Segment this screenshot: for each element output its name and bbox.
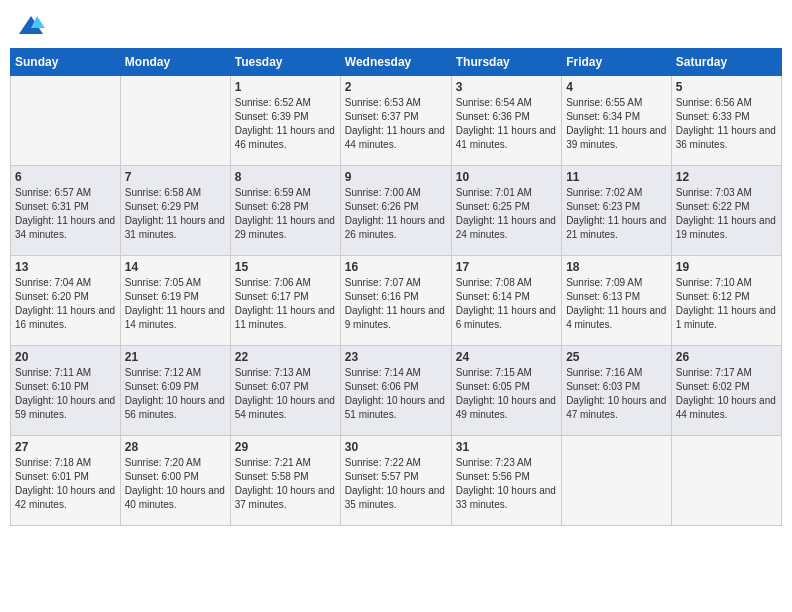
day-info: Sunrise: 6:56 AM Sunset: 6:33 PM Dayligh… (676, 96, 777, 152)
day-number: 24 (456, 350, 557, 364)
day-number: 1 (235, 80, 336, 94)
calendar-cell: 29Sunrise: 7:21 AM Sunset: 5:58 PM Dayli… (230, 436, 340, 526)
day-info: Sunrise: 7:05 AM Sunset: 6:19 PM Dayligh… (125, 276, 226, 332)
day-number: 26 (676, 350, 777, 364)
day-number: 12 (676, 170, 777, 184)
day-number: 19 (676, 260, 777, 274)
day-info: Sunrise: 7:03 AM Sunset: 6:22 PM Dayligh… (676, 186, 777, 242)
calendar-cell: 22Sunrise: 7:13 AM Sunset: 6:07 PM Dayli… (230, 346, 340, 436)
day-number: 20 (15, 350, 116, 364)
calendar-cell: 6Sunrise: 6:57 AM Sunset: 6:31 PM Daylig… (11, 166, 121, 256)
calendar-cell: 17Sunrise: 7:08 AM Sunset: 6:14 PM Dayli… (451, 256, 561, 346)
logo-icon (17, 14, 45, 36)
day-info: Sunrise: 6:54 AM Sunset: 6:36 PM Dayligh… (456, 96, 557, 152)
day-number: 7 (125, 170, 226, 184)
day-number: 2 (345, 80, 447, 94)
day-info: Sunrise: 6:52 AM Sunset: 6:39 PM Dayligh… (235, 96, 336, 152)
day-info: Sunrise: 7:12 AM Sunset: 6:09 PM Dayligh… (125, 366, 226, 422)
day-number: 6 (15, 170, 116, 184)
calendar-cell (120, 76, 230, 166)
calendar-cell (11, 76, 121, 166)
day-of-week-header: Monday (120, 49, 230, 76)
calendar-cell: 12Sunrise: 7:03 AM Sunset: 6:22 PM Dayli… (671, 166, 781, 256)
day-number: 10 (456, 170, 557, 184)
day-info: Sunrise: 7:18 AM Sunset: 6:01 PM Dayligh… (15, 456, 116, 512)
calendar-cell: 10Sunrise: 7:01 AM Sunset: 6:25 PM Dayli… (451, 166, 561, 256)
day-number: 15 (235, 260, 336, 274)
calendar-cell: 19Sunrise: 7:10 AM Sunset: 6:12 PM Dayli… (671, 256, 781, 346)
day-number: 21 (125, 350, 226, 364)
day-info: Sunrise: 7:04 AM Sunset: 6:20 PM Dayligh… (15, 276, 116, 332)
day-number: 17 (456, 260, 557, 274)
day-number: 13 (15, 260, 116, 274)
calendar-cell: 11Sunrise: 7:02 AM Sunset: 6:23 PM Dayli… (562, 166, 672, 256)
calendar-table: SundayMondayTuesdayWednesdayThursdayFrid… (10, 48, 782, 526)
day-number: 14 (125, 260, 226, 274)
day-info: Sunrise: 7:06 AM Sunset: 6:17 PM Dayligh… (235, 276, 336, 332)
day-number: 29 (235, 440, 336, 454)
day-number: 25 (566, 350, 667, 364)
day-info: Sunrise: 7:11 AM Sunset: 6:10 PM Dayligh… (15, 366, 116, 422)
day-number: 11 (566, 170, 667, 184)
calendar-cell: 2Sunrise: 6:53 AM Sunset: 6:37 PM Daylig… (340, 76, 451, 166)
calendar-cell: 18Sunrise: 7:09 AM Sunset: 6:13 PM Dayli… (562, 256, 672, 346)
day-of-week-header: Tuesday (230, 49, 340, 76)
day-number: 22 (235, 350, 336, 364)
day-info: Sunrise: 7:20 AM Sunset: 6:00 PM Dayligh… (125, 456, 226, 512)
day-info: Sunrise: 7:07 AM Sunset: 6:16 PM Dayligh… (345, 276, 447, 332)
day-info: Sunrise: 6:57 AM Sunset: 6:31 PM Dayligh… (15, 186, 116, 242)
calendar-cell: 13Sunrise: 7:04 AM Sunset: 6:20 PM Dayli… (11, 256, 121, 346)
day-number: 3 (456, 80, 557, 94)
day-number: 23 (345, 350, 447, 364)
calendar-cell: 5Sunrise: 6:56 AM Sunset: 6:33 PM Daylig… (671, 76, 781, 166)
calendar-cell: 9Sunrise: 7:00 AM Sunset: 6:26 PM Daylig… (340, 166, 451, 256)
calendar-cell: 3Sunrise: 6:54 AM Sunset: 6:36 PM Daylig… (451, 76, 561, 166)
calendar-cell: 1Sunrise: 6:52 AM Sunset: 6:39 PM Daylig… (230, 76, 340, 166)
day-info: Sunrise: 7:14 AM Sunset: 6:06 PM Dayligh… (345, 366, 447, 422)
calendar-cell: 27Sunrise: 7:18 AM Sunset: 6:01 PM Dayli… (11, 436, 121, 526)
calendar-cell: 24Sunrise: 7:15 AM Sunset: 6:05 PM Dayli… (451, 346, 561, 436)
calendar-cell: 7Sunrise: 6:58 AM Sunset: 6:29 PM Daylig… (120, 166, 230, 256)
logo (16, 14, 46, 36)
day-info: Sunrise: 7:00 AM Sunset: 6:26 PM Dayligh… (345, 186, 447, 242)
day-info: Sunrise: 6:58 AM Sunset: 6:29 PM Dayligh… (125, 186, 226, 242)
calendar-cell: 20Sunrise: 7:11 AM Sunset: 6:10 PM Dayli… (11, 346, 121, 436)
day-info: Sunrise: 7:22 AM Sunset: 5:57 PM Dayligh… (345, 456, 447, 512)
day-number: 18 (566, 260, 667, 274)
calendar-cell: 23Sunrise: 7:14 AM Sunset: 6:06 PM Dayli… (340, 346, 451, 436)
day-of-week-header: Saturday (671, 49, 781, 76)
day-info: Sunrise: 7:02 AM Sunset: 6:23 PM Dayligh… (566, 186, 667, 242)
day-info: Sunrise: 7:09 AM Sunset: 6:13 PM Dayligh… (566, 276, 667, 332)
day-info: Sunrise: 7:23 AM Sunset: 5:56 PM Dayligh… (456, 456, 557, 512)
calendar-cell (671, 436, 781, 526)
day-number: 9 (345, 170, 447, 184)
day-number: 5 (676, 80, 777, 94)
page-header (10, 10, 782, 40)
calendar-cell (562, 436, 672, 526)
day-of-week-header: Friday (562, 49, 672, 76)
day-number: 27 (15, 440, 116, 454)
calendar-cell: 31Sunrise: 7:23 AM Sunset: 5:56 PM Dayli… (451, 436, 561, 526)
day-info: Sunrise: 7:21 AM Sunset: 5:58 PM Dayligh… (235, 456, 336, 512)
calendar-cell: 25Sunrise: 7:16 AM Sunset: 6:03 PM Dayli… (562, 346, 672, 436)
day-of-week-header: Sunday (11, 49, 121, 76)
day-info: Sunrise: 7:13 AM Sunset: 6:07 PM Dayligh… (235, 366, 336, 422)
calendar-cell: 16Sunrise: 7:07 AM Sunset: 6:16 PM Dayli… (340, 256, 451, 346)
day-info: Sunrise: 7:08 AM Sunset: 6:14 PM Dayligh… (456, 276, 557, 332)
calendar-cell: 15Sunrise: 7:06 AM Sunset: 6:17 PM Dayli… (230, 256, 340, 346)
day-number: 28 (125, 440, 226, 454)
day-number: 30 (345, 440, 447, 454)
calendar-cell: 28Sunrise: 7:20 AM Sunset: 6:00 PM Dayli… (120, 436, 230, 526)
day-number: 16 (345, 260, 447, 274)
day-info: Sunrise: 6:59 AM Sunset: 6:28 PM Dayligh… (235, 186, 336, 242)
day-info: Sunrise: 7:17 AM Sunset: 6:02 PM Dayligh… (676, 366, 777, 422)
day-info: Sunrise: 7:15 AM Sunset: 6:05 PM Dayligh… (456, 366, 557, 422)
calendar-cell: 26Sunrise: 7:17 AM Sunset: 6:02 PM Dayli… (671, 346, 781, 436)
day-number: 4 (566, 80, 667, 94)
day-info: Sunrise: 7:10 AM Sunset: 6:12 PM Dayligh… (676, 276, 777, 332)
day-of-week-header: Wednesday (340, 49, 451, 76)
calendar-cell: 8Sunrise: 6:59 AM Sunset: 6:28 PM Daylig… (230, 166, 340, 256)
calendar-cell: 4Sunrise: 6:55 AM Sunset: 6:34 PM Daylig… (562, 76, 672, 166)
day-number: 8 (235, 170, 336, 184)
day-info: Sunrise: 6:55 AM Sunset: 6:34 PM Dayligh… (566, 96, 667, 152)
